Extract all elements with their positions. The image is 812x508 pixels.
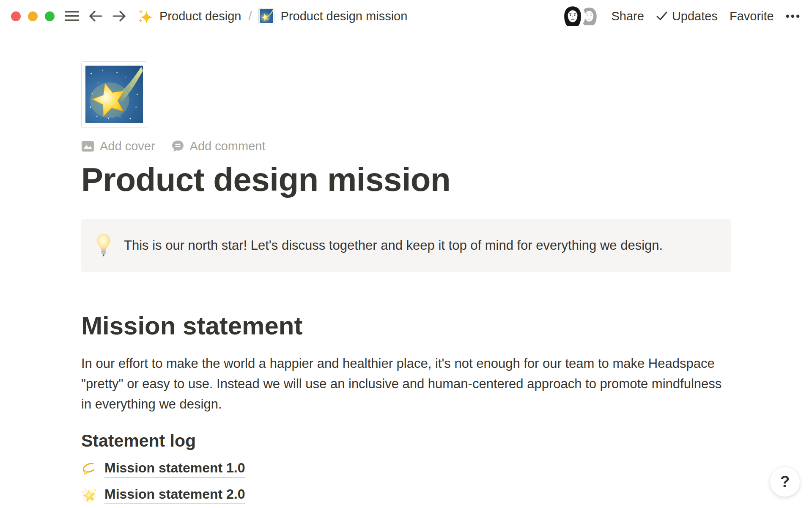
breadcrumb-separator: / — [248, 9, 252, 23]
add-cover-button[interactable]: Add cover — [81, 139, 155, 153]
zoom-window-button[interactable] — [45, 11, 55, 21]
close-window-button[interactable] — [11, 11, 21, 21]
help-button[interactable]: ? — [770, 467, 800, 497]
breadcrumb-item-parent[interactable]: Product design — [159, 9, 241, 23]
sidebar-menu-icon[interactable] — [65, 10, 79, 22]
favorite-button[interactable]: Favorite — [730, 9, 774, 23]
viewer-avatars[interactable] — [561, 4, 600, 28]
page-icon-shooting-star[interactable] — [81, 61, 147, 127]
updates-button[interactable]: Updates — [656, 9, 718, 23]
add-comment-button[interactable]: Add comment — [171, 139, 266, 153]
breadcrumb-item-current[interactable]: Product design mission — [281, 9, 408, 23]
add-cover-label: Add cover — [100, 139, 155, 153]
light-bulb-icon — [96, 233, 112, 258]
page-link-mission-1-0[interactable]: Mission statement 1.0 — [81, 457, 731, 481]
page-link-label[interactable]: Mission statement 2.0 — [104, 486, 245, 504]
check-icon — [656, 11, 668, 22]
page-meta-actions: Add cover Add comment — [81, 139, 731, 153]
statement-log-links: Mission statement 1.0 Mission statement … — [81, 457, 731, 507]
mission-statement-heading[interactable]: Mission statement — [81, 310, 731, 342]
topbar-actions: Share Updates Favorite ••• — [561, 4, 801, 28]
picture-icon — [81, 140, 94, 153]
window-controls — [11, 11, 55, 21]
statement-log-heading[interactable]: Statement log — [81, 431, 731, 451]
add-comment-label: Add comment — [190, 139, 266, 153]
minimize-window-button[interactable] — [28, 11, 38, 21]
window-topbar: Product design / Product design mission … — [0, 0, 812, 32]
user-avatar-1[interactable] — [561, 4, 584, 28]
page-link-mission-2-0[interactable]: Mission statement 2.0 — [81, 483, 731, 507]
page-title[interactable]: Product design mission — [81, 161, 731, 199]
share-button[interactable]: Share — [612, 9, 644, 23]
callout-text: This is our north star! Let's discuss to… — [124, 235, 663, 256]
back-arrow-icon[interactable] — [88, 9, 103, 23]
dizzy-star-icon — [81, 461, 97, 477]
updates-label: Updates — [672, 9, 718, 23]
glowing-star-icon — [81, 487, 97, 503]
shooting-star-page-icon-small — [258, 8, 274, 24]
callout-block[interactable]: This is our north star! Let's discuss to… — [81, 219, 731, 272]
mission-statement-paragraph[interactable]: In our effort to make the world a happie… — [81, 353, 731, 414]
page-body: Add cover Add comment Product design mis… — [81, 61, 731, 507]
more-options-icon[interactable]: ••• — [786, 10, 801, 23]
sparkles-icon — [137, 8, 153, 24]
comment-bubble-icon — [171, 140, 184, 153]
breadcrumb: Product design / Product design mission — [137, 8, 407, 24]
forward-arrow-icon[interactable] — [112, 9, 126, 23]
page-link-label[interactable]: Mission statement 1.0 — [104, 460, 245, 478]
